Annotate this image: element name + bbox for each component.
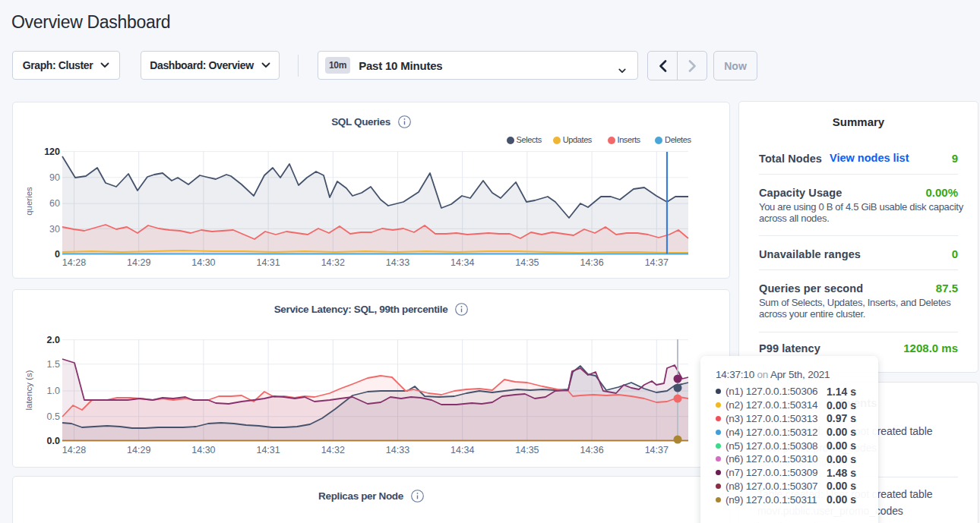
svg-text:14:37: 14:37 bbox=[645, 445, 669, 455]
svg-text:14:30: 14:30 bbox=[191, 445, 215, 455]
svg-text:14:34: 14:34 bbox=[450, 445, 474, 455]
svg-text:14:34: 14:34 bbox=[450, 257, 474, 268]
svg-text:1.5: 1.5 bbox=[47, 359, 60, 370]
svg-text:14:28: 14:28 bbox=[62, 445, 86, 455]
svg-text:latency (s): latency (s) bbox=[24, 370, 33, 410]
svg-text:14:33: 14:33 bbox=[386, 257, 409, 268]
svg-text:14:36: 14:36 bbox=[580, 445, 603, 455]
svg-text:queries: queries bbox=[24, 187, 33, 216]
svg-text:14:29: 14:29 bbox=[127, 257, 150, 268]
svg-text:14:35: 14:35 bbox=[515, 257, 539, 268]
svg-text:14:29: 14:29 bbox=[127, 445, 150, 455]
svg-text:0: 0 bbox=[55, 249, 60, 260]
svg-text:14:35: 14:35 bbox=[515, 445, 539, 455]
svg-text:2.0: 2.0 bbox=[47, 335, 60, 345]
svg-text:14:28: 14:28 bbox=[62, 257, 86, 268]
svg-text:14:32: 14:32 bbox=[321, 257, 345, 268]
svg-text:14:37: 14:37 bbox=[645, 257, 669, 268]
svg-text:0.0: 0.0 bbox=[47, 436, 60, 446]
svg-text:14:32: 14:32 bbox=[321, 445, 345, 455]
svg-text:0.5: 0.5 bbox=[47, 411, 60, 422]
svg-text:14:31: 14:31 bbox=[256, 445, 280, 455]
svg-text:14:36: 14:36 bbox=[580, 257, 603, 268]
svg-text:14:31: 14:31 bbox=[256, 257, 280, 268]
svg-text:1.0: 1.0 bbox=[47, 386, 60, 396]
svg-text:90: 90 bbox=[49, 172, 60, 183]
svg-text:14:33: 14:33 bbox=[386, 445, 409, 455]
svg-text:120: 120 bbox=[44, 147, 60, 157]
svg-text:30: 30 bbox=[49, 224, 60, 235]
svg-text:14:30: 14:30 bbox=[191, 257, 215, 268]
svg-text:60: 60 bbox=[49, 198, 60, 209]
